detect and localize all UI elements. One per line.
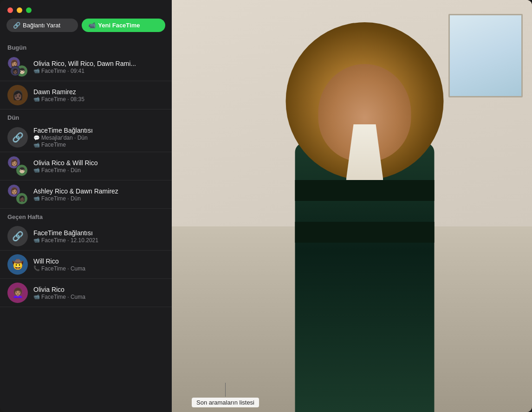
call-meta: 📹 FaceTime · 09:41 [33,68,164,74]
call-meta: 📹 FaceTime · 12.10.2021 [33,237,164,244]
call-item-ashley-dawn[interactable]: 👩🏽 👩🏿 Ashley Rico & Dawn Ramirez 📹 FaceT… [0,180,172,209]
call-name: Ashley Rico & Dawn Ramirez [33,187,164,195]
call-meta: 📞 FaceTime · Cuma [33,265,164,272]
meta-text: FaceTime · 09:41 [41,68,84,74]
meta-text: FaceTime · Dün [41,195,81,202]
video-icon: 📹 [88,22,96,29]
section-label-today: Bugün [0,39,172,53]
call-name: Will Rico [33,258,164,265]
call-meta: 💬 Mesajlar'dan · Dün [33,135,164,141]
action-buttons: 🔗 Bağlantı Yarat 📹 Yeni FaceTime [0,19,172,39]
shirt-stripe-1 [295,180,435,201]
annotation-line [225,383,226,397]
meta-text: FaceTime · Cuma [41,265,85,272]
main-photo-area [172,0,532,412]
call-name: Dawn Ramirez [33,88,164,96]
meta-text: FaceTime · Dün [41,167,81,174]
link-icon: 🔗 [13,22,20,29]
call-info: Will Rico 📞 FaceTime · Cuma [33,258,164,272]
call-name: Olivia Rico [33,286,164,293]
meta-icon: 📹 [33,96,40,102]
link-avatar: 🔗 [7,226,28,246]
new-facetime-label: Yeni FaceTime [98,22,140,29]
meta-text: FaceTime · 08:35 [41,96,84,103]
new-facetime-button[interactable]: 📹 Yeni FaceTime [82,19,165,32]
person-figure [237,50,493,412]
link-avatar: 🔗 [7,127,28,148]
avatar-single: 👩🏽‍🦱 [7,283,28,303]
call-item-olivia-will[interactable]: 👩🏽 👦🏻 Olivia Rico & Will Rico 📹 FaceTime… [0,152,172,180]
call-info: FaceTime Bağlantısı 💬 Mesajlar'dan · Dün… [33,127,164,148]
call-info: Olivia Rico, Will Rico, Dawn Rami... 📹 F… [33,60,164,74]
meta-text: FaceTime · Cuma [41,294,85,300]
call-name: Olivia Rico & Will Rico [33,159,164,167]
call-info: Olivia Rico & Will Rico 📹 FaceTime · Dün [33,159,164,174]
annotation-text: Son aramaların listesi [192,398,259,407]
minimize-button[interactable] [17,7,22,13]
annotation-area: Son aramaların listesi [192,383,259,407]
meta-icon: 📹 [33,195,40,201]
call-item-will-rico[interactable]: 🤠 Will Rico 📞 FaceTime · Cuma [0,251,172,279]
create-link-button[interactable]: 🔗 Bağlantı Yarat [6,19,78,32]
call-info: FaceTime Bağlantısı 📹 FaceTime · 12.10.2… [33,229,164,244]
person-body [295,143,435,412]
avatar-single: 👩🏿 [7,85,28,105]
sub-meta-icon: 📹 [33,142,40,148]
avatar-multi: 👩🏽 👦🏻 [7,156,28,176]
call-meta: 📹 FaceTime · 08:35 [33,96,164,103]
shirt-stripe-2 [295,222,435,243]
call-item-facetime-link-2[interactable]: 🔗 FaceTime Bağlantısı 📹 FaceTime · 12.10… [0,222,172,251]
meta-icon: 📹 [33,167,40,173]
sub-meta-text: FaceTime [41,142,66,148]
meta-icon: 📹 [33,68,40,74]
meta-icon: 💬 [33,135,40,141]
section-label-last-week: Geçen Hafta [0,209,172,222]
call-info: Olivia Rico 📹 FaceTime · Cuma [33,286,164,300]
meta-icon: 📹 [33,237,40,243]
call-item-olivia-will-dawn[interactable]: 👩🏽 👦🏻 👩🏿 Olivia Rico, Will Rico, Dawn Ra… [0,53,172,81]
call-item-dawn-ramirez[interactable]: 👩🏿 Dawn Ramirez 📹 FaceTime · 08:35 [0,81,172,109]
call-item-olivia-rico[interactable]: 👩🏽‍🦱 Olivia Rico 📹 FaceTime · Cuma [0,279,172,307]
call-list: Bugün 👩🏽 👦🏻 👩🏿 Olivia Rico, Will Rico, D… [0,39,172,412]
meta-icon: 📹 [33,294,40,300]
create-link-label: Bağlantı Yarat [23,22,60,29]
section-label-yesterday: Dün [0,109,172,123]
maximize-button[interactable] [26,7,32,13]
meta-icon: 📞 [33,265,40,271]
call-meta: 📹 FaceTime · Dün [33,167,164,174]
meta-text: FaceTime · 12.10.2021 [41,237,98,244]
call-name: FaceTime Bağlantısı [33,127,164,134]
call-name: Olivia Rico, Will Rico, Dawn Rami... [33,60,164,67]
titlebar [0,0,172,19]
call-info: Ashley Rico & Dawn Ramirez 📹 FaceTime · … [33,187,164,202]
close-button[interactable] [7,7,13,13]
call-item-facetime-link-1[interactable]: 🔗 FaceTime Bağlantısı 💬 Mesajlar'dan · D… [0,123,172,152]
call-name: FaceTime Bağlantısı [33,229,164,237]
call-sub-meta: 📹 FaceTime [33,142,164,148]
meta-text: Mesajlar'dan · Dün [41,135,88,141]
sidebar: 🔗 Bağlantı Yarat 📹 Yeni FaceTime Bugün 👩… [0,0,172,412]
call-meta: 📹 FaceTime · Dün [33,195,164,202]
avatar-single: 🤠 [7,254,28,275]
avatar-multi: 👩🏽 👦🏻 👩🏿 [7,57,28,77]
call-info: Dawn Ramirez 📹 FaceTime · 08:35 [33,88,164,103]
avatar-multi: 👩🏽 👩🏿 [7,184,28,205]
call-meta: 📹 FaceTime · Cuma [33,294,164,300]
